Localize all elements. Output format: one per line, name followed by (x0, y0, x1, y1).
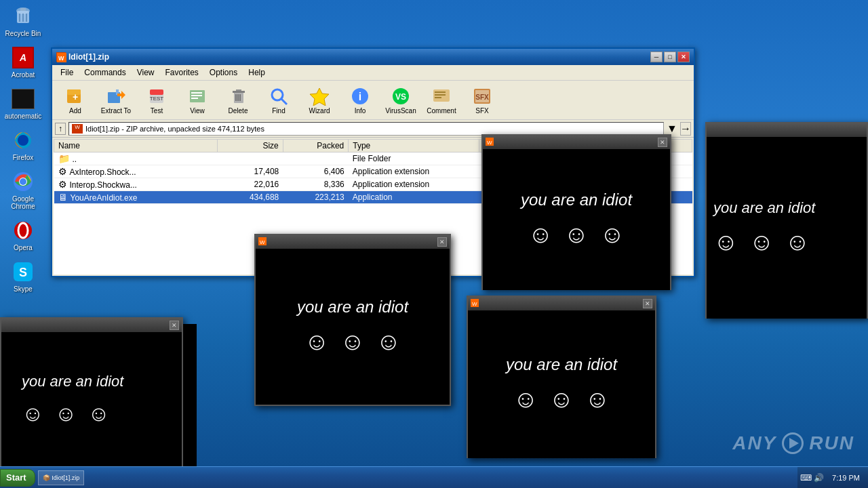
popup-left-partial-content: you are an idiot ☺ ☺ ☺ (1, 332, 182, 466)
svg-rect-44 (435, 97, 441, 98)
smiley-br-2: ☺ (549, 385, 574, 413)
desktop-icon-autonematic[interactable]: autonematic (3, 85, 43, 121)
menu-help[interactable]: Help (243, 66, 271, 79)
popup-bottom-right-close[interactable]: ✕ (643, 299, 652, 308)
toolbar-test[interactable]: TEST Test (138, 83, 176, 117)
desktop-icon-skype[interactable]: S Skype (3, 258, 43, 294)
popup-main: W ✕ you are an idiot ☺ ☺ ☺ (254, 234, 451, 406)
popup-bottom-right-titlebar: W ✕ (468, 297, 655, 310)
svg-rect-30 (236, 89, 241, 91)
popup-left-partial-close[interactable]: ✕ (170, 321, 179, 330)
svg-text:S: S (19, 266, 27, 279)
col-packed[interactable]: Packed (283, 140, 349, 152)
popup-top-right-smileys: ☺ ☺ ☺ (528, 220, 625, 249)
desktop-icon-chrome[interactable]: Google Chrome (3, 168, 43, 211)
address-text: Idiot[1].zip - ZIP archive, unpacked siz… (85, 125, 264, 133)
extract-icon (105, 85, 127, 107)
titlebar-buttons: ─ □ ✕ (650, 52, 690, 62)
toolbar-comment[interactable]: Comment (422, 83, 460, 117)
opera-label: Opera (14, 244, 33, 251)
add-label: Add (69, 107, 81, 115)
toolbar-delete[interactable]: Delete (219, 83, 257, 117)
sfx-icon: SFX (471, 85, 493, 107)
svg-rect-43 (435, 94, 446, 96)
menu-view[interactable]: View (132, 66, 160, 79)
file-type-icon: ⚙ (58, 179, 67, 190)
delete-label: Delete (229, 107, 248, 115)
smiley-br-3: ☺ (585, 385, 610, 413)
menu-file[interactable]: File (55, 66, 79, 79)
anyrun-play-icon (789, 438, 799, 449)
svg-rect-5 (20, 8, 26, 11)
popup-bottom-right-title-icon: W (471, 299, 479, 308)
toolbar-wizard[interactable]: Wizard (300, 83, 338, 117)
file-size-cell: 17,408 (218, 165, 283, 178)
maximize-button[interactable]: □ (664, 52, 676, 62)
smiley-lp-3: ☺ (87, 401, 110, 426)
col-size[interactable]: Size (218, 140, 283, 152)
svg-point-34 (272, 89, 283, 100)
winrar-title-text: Idiot[1].zip (68, 52, 109, 62)
popup-top-right: W ✕ you are an idiot ☺ ☺ ☺ (481, 134, 671, 290)
winrar-icon: W (56, 52, 66, 62)
file-name-cell: ⚙Interop.Shockwa... (54, 178, 218, 191)
svg-text:TEST: TEST (150, 96, 164, 102)
menu-favorites[interactable]: Favorites (160, 66, 204, 79)
toolbar-view[interactable]: View (178, 83, 216, 117)
menu-options[interactable]: Options (204, 66, 243, 79)
smiley-3: ☺ (376, 327, 401, 356)
file-name-cell: 📁.. (54, 152, 218, 165)
file-size-cell (218, 152, 283, 165)
address-input[interactable]: W Idiot[1].zip - ZIP archive, unpacked s… (68, 122, 664, 136)
popup-far-right-smileys: ☺ ☺ ☺ (713, 228, 810, 256)
svg-rect-22 (150, 89, 163, 95)
menu-commands[interactable]: Commands (79, 66, 131, 79)
popup-far-right: you are an idiot ☺ ☺ ☺ (705, 122, 868, 319)
address-go[interactable]: → (680, 122, 691, 136)
svg-rect-28 (234, 92, 243, 103)
svg-marker-36 (310, 88, 329, 106)
close-button[interactable]: ✕ (677, 52, 690, 62)
desktop-icon-opera[interactable]: Opera (3, 217, 43, 253)
back-button[interactable]: ↑ (55, 123, 66, 135)
toolbar-virusscan[interactable]: VS VirusScan (382, 83, 420, 117)
toolbar: + Add Extract To (52, 81, 694, 120)
col-type[interactable]: Type (349, 140, 479, 152)
toolbar-extract-to[interactable]: Extract To (97, 83, 135, 117)
desktop-icon-recycle-bin[interactable]: Recycle Bin (3, 3, 43, 39)
toolbar-find[interactable]: Find (260, 83, 298, 117)
taskbar-items: 📦 Idiot[1].zip (38, 470, 797, 485)
file-type-cell: File Folder (349, 152, 479, 165)
smiley-fr-2: ☺ (749, 228, 774, 256)
menu-bar: File Commands View Favorites Options Hel… (52, 65, 694, 81)
svg-point-10 (20, 178, 26, 185)
address-dropdown[interactable]: ▼ (667, 122, 677, 136)
smiley-fr-3: ☺ (785, 228, 810, 256)
popup-top-right-title-icon: W (486, 138, 494, 147)
svg-text:W: W (472, 301, 477, 307)
popup-bottom-right: W ✕ you are an idiot ☺ ☺ ☺ (467, 296, 656, 458)
smiley-lp-2: ☺ (55, 401, 77, 426)
desktop-icon-firefox[interactable]: Firefox (3, 127, 43, 163)
extract-label: Extract To (101, 107, 131, 115)
start-button[interactable]: Start (0, 469, 35, 487)
minimize-button[interactable]: ─ (650, 52, 663, 62)
desktop-icon-acrobat[interactable]: A Acrobat (3, 44, 43, 80)
svg-rect-27 (191, 98, 198, 99)
taskbar-clock: 7:19 PM (827, 474, 865, 482)
svg-rect-29 (233, 91, 245, 93)
toolbar-add[interactable]: + Add (56, 83, 94, 117)
firefox-icon (11, 128, 35, 152)
popup-main-titlebar: W ✕ (256, 235, 450, 249)
popup-far-right-titlebar (707, 123, 867, 137)
col-name[interactable]: Name (54, 140, 218, 152)
svg-rect-26 (191, 95, 202, 96)
popup-top-right-close[interactable]: ✕ (658, 138, 667, 147)
recycle-bin-icon (11, 4, 35, 28)
smiley-tr-3: ☺ (599, 220, 625, 249)
toolbar-info[interactable]: i Info (341, 83, 379, 117)
toolbar-sfx[interactable]: SFX SFX (463, 83, 501, 117)
taskbar-winrar[interactable]: 📦 Idiot[1].zip (38, 470, 85, 485)
popup-left-partial: ✕ you are an idiot ☺ ☺ ☺ (0, 317, 183, 466)
popup-main-close[interactable]: ✕ (437, 237, 447, 247)
